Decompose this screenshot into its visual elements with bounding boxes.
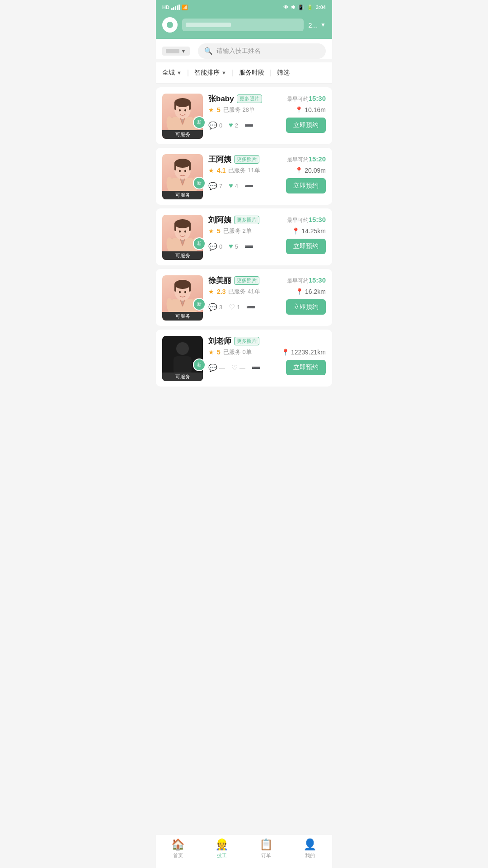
more-photos-tag[interactable]: 更多照片 [234, 276, 259, 285]
distance: 📍 10.16m [295, 106, 326, 113]
rating-row: ★ 5 已服务 28单 📍 10.16m [208, 106, 326, 114]
rating-row: ★ 4.1 已服务 11单 📍 20.09m [208, 166, 326, 175]
like-action[interactable]: ♥ 5 [229, 242, 238, 250]
comment-icon: 💬 [208, 182, 217, 190]
filter-city[interactable]: 全城 ▼ [162, 67, 185, 79]
info-col: 张baby 更多照片 最早可约15:30 ★ 5 已服务 28单 📍 [208, 94, 326, 139]
like-action[interactable]: ♡ — [231, 363, 245, 372]
bar5 [178, 5, 180, 10]
pin-icon: 📍 [295, 167, 303, 174]
earliest-time: 最早可约15:30 [287, 216, 326, 224]
worker-name: 徐美丽 [208, 275, 231, 286]
cards-list: 可服务 新 张baby 更多照片 最早可约15:30 ★ 5 [156, 84, 332, 390]
comment-icon: 💬 [208, 303, 217, 311]
category-tag[interactable]: ▼ [162, 47, 190, 56]
svg-point-30 [174, 219, 191, 228]
search-placeholder: 请输入技工姓名 [216, 47, 261, 55]
more-photos-tag[interactable]: 更多照片 [237, 94, 262, 103]
nav-count: 2... [308, 21, 318, 29]
heart-icon: ♡ [229, 303, 235, 311]
filter-screen[interactable]: 筛选 [273, 67, 293, 79]
card-inner: 可服务 新 刘老师 更多照片 ★ 5 已服务 [162, 336, 326, 381]
city-arrow: ▼ [177, 70, 182, 75]
info-col: 徐美丽 更多照片 最早可约15:30 ★ 2.3 已服务 41单 📍 [208, 275, 326, 321]
status-left: HD 📶 [162, 5, 188, 10]
comment-icon: 💬 [208, 363, 217, 372]
screen-label: 筛选 [277, 69, 290, 77]
more-photos-tag[interactable]: 更多照片 [234, 337, 259, 345]
comment-count: 3 [219, 304, 222, 311]
filter-sort[interactable]: 智能排序 ▼ [191, 67, 230, 79]
like-action[interactable]: ♥ 2 [229, 121, 238, 129]
nav-dropdown-arrow: ▼ [320, 22, 326, 28]
actions-row: 💬 — ♡ — ➖ 立即预约 [208, 360, 326, 375]
actions-row: 💬 7 ♥ 4 ➖ 立即预约 [208, 178, 326, 193]
more-photos-tag[interactable]: 更多照片 [234, 155, 259, 164]
like-action[interactable]: ♥ 4 [229, 182, 238, 190]
book-button[interactable]: 立即预约 [286, 299, 326, 315]
app-logo[interactable] [162, 17, 178, 33]
svg-point-52 [176, 342, 189, 355]
left-actions: 💬 3 ♡ 1 ➖ [208, 303, 255, 311]
served-text: 已服务 28单 [223, 106, 255, 114]
comment-action[interactable]: 💬 3 [208, 303, 222, 311]
new-badge: 新 [193, 359, 206, 371]
available-badge: 可服务 [162, 251, 203, 260]
filter-bar: 全城 ▼ | 智能排序 ▼ | 服务时段 | 筛选 [156, 62, 332, 84]
comment-action[interactable]: 💬 — [208, 363, 225, 372]
info-col: 刘老师 更多照片 ★ 5 已服务 0单 📍 12239.21 [208, 336, 326, 381]
filter-timeslot[interactable]: 服务时段 [235, 67, 268, 79]
vibrate-icon: 📳 [298, 5, 304, 10]
comment-count: 7 [219, 183, 222, 189]
comment-action[interactable]: 💬 7 [208, 182, 222, 190]
name-left: 刘老师 更多照片 [208, 336, 259, 346]
minus-icon: ➖ [244, 242, 253, 251]
share-action[interactable]: ➖ [244, 182, 253, 190]
worker-name: 王阿姨 [208, 154, 231, 165]
book-button[interactable]: 立即预约 [286, 239, 326, 254]
distance-value: 12239.21km [291, 349, 326, 356]
battery-icon: 🔋 [307, 5, 313, 10]
pin-icon: 📍 [282, 349, 289, 356]
book-button[interactable]: 立即预约 [286, 118, 326, 133]
like-action[interactable]: ♡ 1 [229, 303, 240, 311]
rating-num: 2.3 [217, 288, 225, 295]
new-badge: 新 [193, 116, 206, 129]
svg-rect-5 [174, 102, 176, 110]
search-bar[interactable]: 🔍 请输入技工姓名 [198, 43, 326, 59]
share-action[interactable]: ➖ [246, 303, 255, 311]
signal-bars [171, 5, 180, 10]
divider2: | [232, 69, 234, 77]
svg-rect-32 [189, 223, 191, 231]
share-action[interactable]: ➖ [244, 121, 253, 130]
book-button[interactable]: 立即预约 [286, 178, 326, 193]
wifi-icon: 📶 [182, 5, 188, 10]
header-nav[interactable]: 2... ▼ [308, 21, 326, 29]
minus-icon: ➖ [244, 182, 253, 190]
comment-action[interactable]: 💬 0 [208, 242, 222, 251]
status-bar: HD 📶 👁 ✱ 📳 🔋 3:04 [156, 0, 332, 14]
rating-left: ★ 4.1 已服务 11单 [208, 166, 260, 175]
svg-point-7 [179, 109, 181, 112]
comment-count: 0 [219, 122, 222, 129]
left-actions: 💬 — ♡ — ➖ [208, 363, 261, 372]
svg-point-21 [184, 170, 186, 172]
share-action[interactable]: ➖ [252, 363, 261, 372]
svg-point-8 [184, 109, 186, 112]
left-actions: 💬 0 ♥ 5 ➖ [208, 242, 253, 251]
comment-action[interactable]: 💬 0 [208, 121, 222, 130]
worker-card: 可服务 新 刘阿姨 更多照片 最早可约15:30 ★ 5 [156, 208, 332, 265]
name-row: 张baby 更多照片 最早可约15:30 [208, 94, 326, 104]
actions-row: 💬 3 ♡ 1 ➖ 立即预约 [208, 299, 326, 315]
name-left: 刘阿姨 更多照片 [208, 215, 259, 225]
eye-icon: 👁 [283, 5, 288, 10]
more-photos-tag[interactable]: 更多照片 [234, 216, 259, 224]
worker-card: 可服务 新 张baby 更多照片 最早可约15:30 ★ 5 [156, 87, 332, 144]
share-action[interactable]: ➖ [244, 242, 253, 251]
left-actions: 💬 0 ♥ 2 ➖ [208, 121, 253, 130]
earliest-time: 最早可约15:30 [287, 94, 326, 103]
book-button[interactable]: 立即预约 [286, 360, 326, 375]
earliest-time: 最早可约15:30 [287, 276, 326, 285]
card-inner: 可服务 新 王阿姨 更多照片 最早可约15:20 ★ 4.1 [162, 154, 326, 199]
served-text: 已服务 0单 [223, 348, 252, 356]
